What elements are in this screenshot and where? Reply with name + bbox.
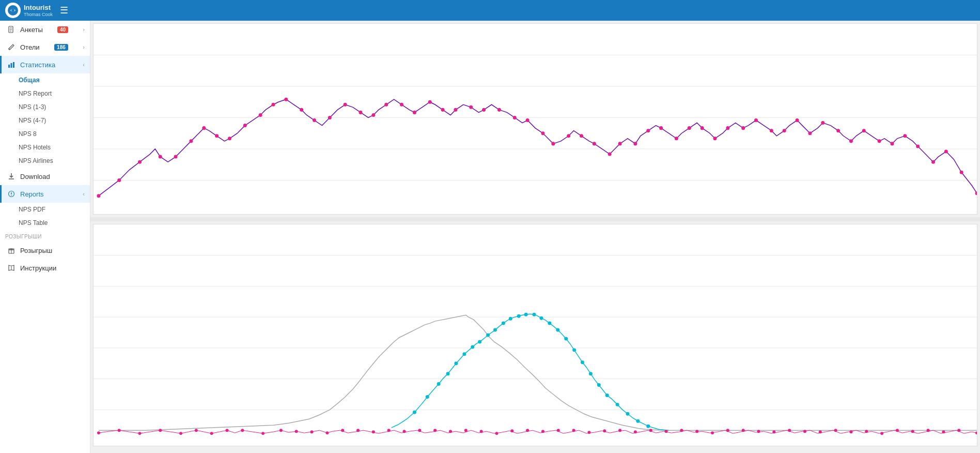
- sidebar-item-download[interactable]: Download: [0, 168, 90, 185]
- svg-point-96: [437, 382, 441, 386]
- svg-point-50: [469, 105, 473, 109]
- sidebar-sub-nps-hotels[interactable]: NPS Hotels: [0, 141, 90, 154]
- logo-name: Intourist: [24, 4, 53, 12]
- svg-point-109: [539, 316, 543, 320]
- sidebar-sub-nps-report[interactable]: NPS Report: [0, 87, 90, 100]
- svg-point-146: [495, 432, 498, 435]
- svg-point-30: [189, 139, 193, 143]
- svg-point-70: [741, 126, 745, 130]
- svg-point-170: [865, 430, 868, 433]
- sidebar-item-reports[interactable]: Reports ‹: [0, 185, 90, 203]
- svg-point-52: [497, 108, 501, 112]
- svg-point-115: [589, 372, 593, 375]
- logo-text-block: Intourist Thomas Cook: [24, 4, 53, 17]
- svg-point-63: [646, 129, 650, 132]
- label-nps-airlines: NPS Airlines: [19, 157, 53, 164]
- svg-point-139: [387, 429, 391, 432]
- svg-point-34: [243, 124, 247, 127]
- chart-1-svg: [94, 24, 977, 214]
- svg-point-127: [195, 429, 198, 432]
- book-icon: [7, 263, 16, 273]
- svg-rect-10: [13, 62, 14, 68]
- svg-point-54: [526, 118, 530, 122]
- svg-point-83: [916, 144, 920, 148]
- svg-point-1: [11, 9, 14, 12]
- chevron-statistika: ‹: [83, 62, 85, 68]
- svg-point-112: [564, 337, 568, 340]
- svg-point-126: [179, 432, 182, 435]
- svg-point-41: [344, 103, 347, 107]
- svg-point-155: [634, 430, 637, 433]
- sidebar-sub-nps-table[interactable]: NPS Table: [0, 216, 90, 230]
- sidebar-sub-nps-airlines[interactable]: NPS Airlines: [0, 154, 90, 168]
- svg-point-78: [849, 139, 853, 143]
- svg-point-84: [931, 160, 935, 164]
- svg-point-166: [803, 430, 806, 433]
- label-nps-8: NPS 8: [19, 130, 37, 138]
- sidebar-sub-obschaya[interactable]: Общая: [0, 73, 90, 87]
- svg-point-135: [325, 431, 329, 434]
- svg-point-162: [742, 429, 745, 432]
- svg-point-66: [688, 126, 691, 130]
- svg-point-177: [975, 431, 977, 434]
- svg-point-140: [403, 430, 406, 433]
- svg-point-26: [117, 178, 121, 182]
- svg-point-117: [605, 394, 609, 397]
- svg-point-15: [11, 195, 12, 196]
- sidebar-item-rozygrysh[interactable]: Розыгрыш: [0, 241, 90, 259]
- svg-point-158: [680, 429, 683, 432]
- sidebar-item-ankety[interactable]: Анкеты 40 ›: [0, 21, 90, 38]
- svg-point-172: [896, 429, 899, 432]
- chevron-ankety: ›: [83, 26, 85, 33]
- sidebar-label-statistika: Статистика: [20, 61, 55, 69]
- sidebar-sub-nps-1-3[interactable]: NPS (1-3): [0, 100, 90, 114]
- svg-point-80: [878, 139, 881, 143]
- svg-point-141: [418, 429, 421, 432]
- svg-point-176: [957, 429, 960, 432]
- sidebar-item-instruktsii[interactable]: Инструкции: [0, 259, 90, 277]
- svg-point-138: [372, 430, 375, 433]
- sidebar-sub-nps-8[interactable]: NPS 8: [0, 127, 90, 141]
- sidebar-label-ankety: Анкеты: [20, 26, 43, 34]
- logo-sub: Thomas Cook: [24, 12, 53, 17]
- svg-point-131: [261, 432, 265, 435]
- svg-point-61: [618, 142, 622, 145]
- svg-point-42: [359, 111, 362, 114]
- svg-point-106: [517, 314, 521, 318]
- sidebar-sub-nps-4-7[interactable]: NPS (4-7): [0, 114, 90, 127]
- svg-point-175: [942, 430, 945, 433]
- svg-point-105: [509, 317, 512, 321]
- svg-point-123: [118, 429, 121, 432]
- chart-separator: [90, 217, 980, 221]
- svg-point-120: [636, 419, 640, 423]
- report-icon: [7, 189, 16, 199]
- svg-point-168: [834, 429, 837, 432]
- svg-point-174: [927, 429, 930, 432]
- svg-point-81: [890, 142, 894, 145]
- svg-point-116: [597, 383, 601, 387]
- svg-point-129: [226, 429, 229, 432]
- sidebar-item-oteli[interactable]: Отели 186 ›: [0, 38, 90, 56]
- label-nps-hotels: NPS Hotels: [19, 144, 51, 151]
- svg-point-100: [471, 345, 474, 349]
- sidebar-sub-nps-pdf[interactable]: NPS PDF: [0, 203, 90, 216]
- hamburger-menu[interactable]: ☰: [60, 5, 68, 16]
- svg-point-37: [284, 98, 288, 101]
- svg-point-46: [413, 111, 416, 114]
- svg-point-40: [328, 116, 332, 119]
- svg-point-104: [502, 322, 505, 325]
- sidebar-label-download: Download: [20, 173, 50, 180]
- file-icon: [7, 25, 16, 34]
- svg-point-103: [493, 328, 497, 332]
- label-nps-4-7: NPS (4-7): [19, 117, 46, 124]
- svg-point-35: [259, 113, 262, 117]
- svg-point-65: [675, 137, 678, 140]
- logo-icon: [7, 4, 19, 17]
- svg-point-58: [580, 134, 583, 138]
- download-icon: [7, 172, 16, 181]
- svg-point-136: [341, 429, 344, 432]
- svg-point-152: [587, 431, 590, 434]
- sidebar-label-reports: Reports: [20, 190, 44, 198]
- svg-point-163: [757, 430, 760, 433]
- sidebar-item-statistika[interactable]: Статистика ‹: [0, 56, 90, 73]
